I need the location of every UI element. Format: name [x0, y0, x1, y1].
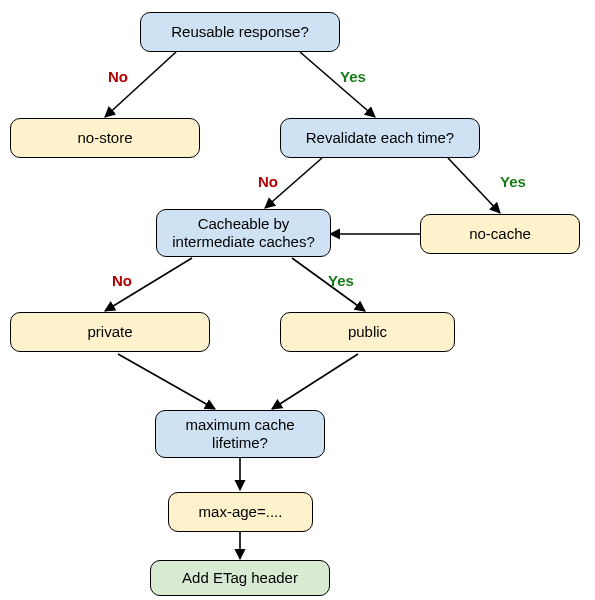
node-cacheable-by-intermediate: Cacheable by intermediate caches? — [156, 209, 331, 257]
node-no-cache: no-cache — [420, 214, 580, 254]
edge-label-no: No — [258, 173, 278, 190]
edge-label-no: No — [108, 68, 128, 85]
node-add-etag-header: Add ETag header — [150, 560, 330, 596]
node-private: private — [10, 312, 210, 352]
svg-line-3 — [448, 158, 500, 213]
node-maximum-cache-lifetime: maximum cache lifetime? — [155, 410, 325, 458]
node-max-age: max-age=.... — [168, 492, 313, 532]
node-public: public — [280, 312, 455, 352]
edge-label-yes: Yes — [328, 272, 354, 289]
flowchart: Reusable response? No Yes no-store Reval… — [0, 0, 595, 600]
svg-line-8 — [272, 354, 358, 409]
edge-label-yes: Yes — [340, 68, 366, 85]
node-revalidate-each-time: Revalidate each time? — [280, 118, 480, 158]
node-reusable-response: Reusable response? — [140, 12, 340, 52]
edge-label-no: No — [112, 272, 132, 289]
edge-label-yes: Yes — [500, 173, 526, 190]
node-no-store: no-store — [10, 118, 200, 158]
svg-line-7 — [118, 354, 215, 409]
